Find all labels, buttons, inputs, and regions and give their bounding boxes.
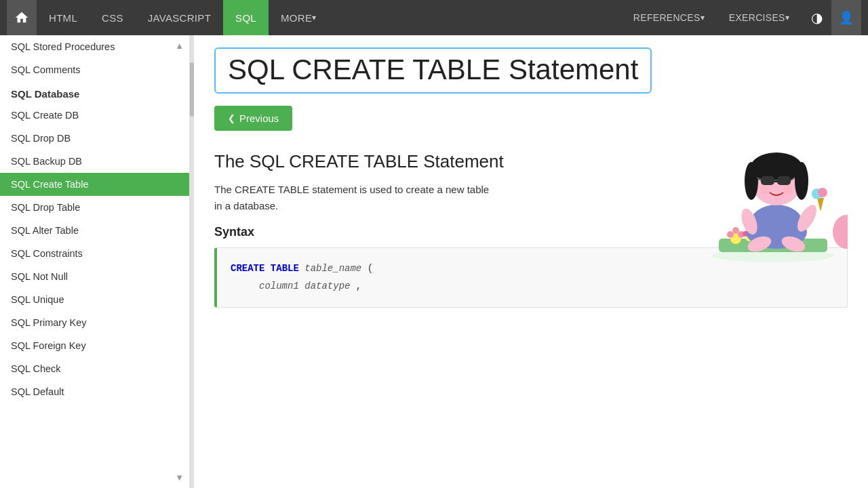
page-title-rest: Statement [500,54,638,85]
hair-right [795,162,808,200]
home-button[interactable] [7,0,37,35]
sidebar-item-default[interactable]: SQL Default [0,380,189,403]
nav-css[interactable]: CSS [90,0,136,35]
sidebar-item-check[interactable]: SQL Check [0,357,189,380]
sidebar-item-constraints[interactable]: SQL Constraints [0,242,189,265]
scroll-up-indicator: ▲ [175,41,184,51]
character-svg [698,76,848,266]
top-nav: HTML CSS JAVASCRIPT SQL MORE REFERENCES … [0,0,868,35]
nav-references[interactable]: REFERENCES [621,0,717,35]
sunglasses-right [777,176,791,185]
main-content: SQL CREATE TABLE Statement Previous The … [194,35,868,488]
code-keyword-create: CREATE [231,263,264,274]
nav-html[interactable]: HTML [37,0,90,35]
contrast-button[interactable]: ◑ [802,0,831,35]
left-cheek [760,185,770,195]
code-table-name: table_name [304,263,361,274]
sidebar-item-comments[interactable]: SQL Comments [0,58,189,81]
nav-right: REFERENCES EXERCISES ◑ 👤 [621,0,861,35]
flower1-petal3 [727,231,734,238]
character-illustration [698,76,848,252]
user-button[interactable]: 👤 [831,0,861,35]
nav-more[interactable]: MORE [269,0,329,35]
sidebar-item-create-table[interactable]: SQL Create Table [0,173,189,196]
nav-sql[interactable]: SQL [223,0,269,35]
sidebar-item-alter-table[interactable]: SQL Alter Table [0,219,189,242]
prev-button[interactable]: Previous [214,106,292,131]
flower1-petal1 [732,227,739,234]
code-line-2: column1 datatype , [231,278,833,295]
right-cheek [783,185,793,195]
scroll-down-indicator: ▼ [175,472,184,483]
ice-cream-cone [817,198,824,211]
decorative-pink [833,215,848,249]
code-column1: column1 datatype [259,281,350,291]
sidebar-item-primary-key[interactable]: SQL Primary Key [0,311,189,334]
sidebar-item-stored-procedures[interactable]: SQL Stored Procedures [0,35,189,58]
sidebar-item-drop-db[interactable]: SQL Drop DB [0,127,189,150]
layout: ▲ SQL Stored Procedures SQL Comments SQL… [0,35,868,488]
hair-left [745,162,758,200]
nav-javascript[interactable]: JAVASCRIPT [136,0,223,35]
sidebar-item-foreign-key[interactable]: SQL Foreign Key [0,334,189,357]
nav-exercises[interactable]: EXERCISES [717,0,802,35]
sunglasses-left [761,176,774,185]
sidebar-item-not-null[interactable]: SQL Not Null [0,265,189,288]
ice-cream-scoop2 [818,188,827,197]
page-title: SQL CREATE TABLE Statement [214,47,652,94]
sidebar-item-drop-table[interactable]: SQL Drop Table [0,196,189,219]
sidebar-category-database: SQL Database [0,81,189,104]
page-title-highlighted: SQL CREATE TABLE [228,54,500,85]
sidebar: ▲ SQL Stored Procedures SQL Comments SQL… [0,35,190,488]
sidebar-item-create-db[interactable]: SQL Create DB [0,104,189,127]
sidebar-item-unique[interactable]: SQL Unique [0,288,189,311]
code-keyword-table: TABLE [271,263,299,274]
sidebar-item-backup-db[interactable]: SQL Backup DB [0,150,189,173]
home-icon [14,10,29,25]
